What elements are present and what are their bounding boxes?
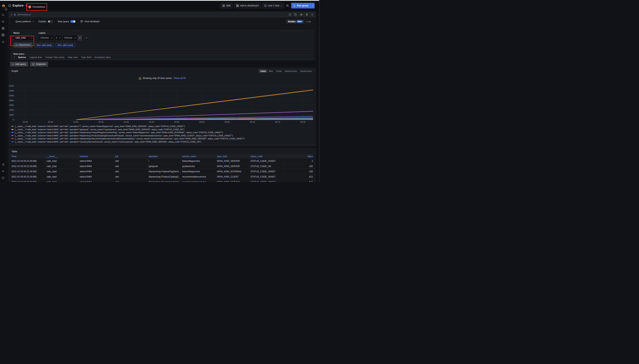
zoom-out-button[interactable] <box>286 3 290 8</box>
inspector-button[interactable]: i Inspector <box>30 62 48 66</box>
x-axis-tick: 23:50 <box>149 121 154 123</box>
legend-item[interactable]: {__name__="calls_total", instance="otelc… <box>12 137 314 140</box>
remove-query-trash-icon[interactable] <box>306 13 308 16</box>
svg-text:?: ? <box>2 177 4 179</box>
table-header-cell[interactable]: span_kind <box>215 154 249 158</box>
graph-mode-points[interactable]: Points <box>274 70 284 73</box>
graph-mode-lines[interactable]: Lines <box>259 70 267 73</box>
table-cell: SPAN_KIND_CLIENT <box>215 174 249 179</box>
table-cell: otelcol:9464 <box>78 174 114 179</box>
refresh-icon <box>293 4 296 7</box>
query-options-bar[interactable]: Options Legend: Auto Format: Time series… <box>11 55 313 60</box>
datasource-picker[interactable]: Prometheus <box>26 3 47 11</box>
legend-item[interactable]: {__name__="calls_total", instance="otelc… <box>12 140 314 144</box>
time-range-picker[interactable]: Last 1 hour <box>262 3 284 8</box>
table-header-cell[interactable]: service_name <box>181 154 215 158</box>
label-operator-select[interactable]: = <box>54 35 62 40</box>
sidebar-item-settings[interactable] <box>0 169 6 173</box>
tab-code[interactable]: Code <box>304 20 313 23</box>
options-title: Options <box>18 56 26 58</box>
add-to-dashboard-button[interactable]: Add to dashboard <box>234 3 260 8</box>
legend-item[interactable]: {__name__="calls_total", instance="otelc… <box>12 134 314 137</box>
explain-toggle[interactable] <box>48 20 53 23</box>
y-axis-tick: 4000 <box>9 109 14 111</box>
clock-icon <box>264 4 266 7</box>
collapse-chevron-icon[interactable] <box>11 14 12 15</box>
hint-add-rate-button[interactable]: hint: add rate() <box>34 43 54 47</box>
prometheus-icon <box>28 6 31 8</box>
graph-mode-bars[interactable]: Bars <box>267 70 274 73</box>
table-row: 2022-10-16 00:22:29.655calls_totalotelco… <box>10 180 314 182</box>
graph-mode-switch: LinesBarsPointsStacked linesStacked bars <box>259 69 314 73</box>
legend-item[interactable]: {__name__="calls_total", instance="otelc… <box>12 131 314 134</box>
drag-handle-icon[interactable] <box>311 13 313 16</box>
table-header-cell[interactable]: instance <box>78 154 114 158</box>
tab-builder[interactable]: Builder Beta <box>286 20 304 23</box>
legend-label: {__name__="calls_total", instance="otelc… <box>15 138 244 140</box>
query-datasource-hint: (Prometheus) <box>18 14 31 16</box>
legend-swatch <box>12 142 14 142</box>
metric-select[interactable]: calls_total <box>14 35 34 40</box>
options-expand-chevron[interactable] <box>13 56 15 58</box>
query-patterns-dropdown[interactable]: Query patterns <box>16 20 34 23</box>
graph-mode-stacked-lines[interactable]: Stacked lines <box>283 70 298 73</box>
duplicate-query-icon[interactable] <box>294 13 297 16</box>
legend-label: {__name__="calls_total", instance="otelc… <box>15 141 201 143</box>
table-cell: featureflagservice <box>181 158 215 164</box>
zoom-out-icon <box>286 4 289 7</box>
sidebar-item-sign-in[interactable] <box>0 162 6 166</box>
explain-label: Explain <box>38 20 46 23</box>
table-header-cell[interactable]: __name__ <box>45 154 78 158</box>
query-row-header[interactable]: A (Prometheus) ? <box>9 12 316 18</box>
operations-button[interactable]: + Operations <box>14 43 32 48</box>
remove-label-button[interactable]: × <box>78 35 82 40</box>
svg-text:i: i <box>33 63 34 65</box>
help-icon: ? <box>2 176 4 180</box>
legend-item[interactable]: {__name__="calls_total", instance="otelc… <box>12 125 314 128</box>
legend-swatch <box>12 132 14 133</box>
table-header-cell[interactable]: status_code <box>249 154 284 158</box>
run-query-button[interactable]: Run query <box>291 3 315 8</box>
table-cell: STATUS_CODE_UNSET <box>249 180 284 182</box>
apps-grid-icon <box>2 27 4 30</box>
query-help-icon[interactable]: ? <box>289 13 291 16</box>
options-type: Type: Both <box>81 56 91 58</box>
split-button[interactable]: Split <box>220 3 233 8</box>
legend-swatch <box>12 135 14 136</box>
bell-icon <box>2 40 4 43</box>
table-header-cell[interactable]: job <box>114 154 147 158</box>
info-icon: i <box>32 63 34 66</box>
label-value-select[interactable]: Choose <box>62 35 78 40</box>
sidebar-item-explore[interactable] <box>0 33 6 37</box>
sidebar-item-dashboards[interactable] <box>0 26 6 30</box>
time-series-chart[interactable]: 23:2523:3023:3523:4023:4523:5023:5500:00… <box>9 82 316 124</box>
sidebar-item-starred[interactable] <box>0 20 6 24</box>
raw-query-toggle[interactable] <box>70 20 76 23</box>
sidebar-item-help[interactable]: ? <box>0 176 6 180</box>
sidebar-item-alerting[interactable] <box>0 40 6 44</box>
table-header-cell[interactable]: Value <box>284 154 314 158</box>
warning-icon <box>138 77 142 80</box>
sidebar-item-search[interactable] <box>0 13 6 17</box>
legend-item[interactable]: {__name__="calls_total", instance="otelc… <box>12 128 314 131</box>
table-header-cell[interactable]: operation <box>147 154 181 158</box>
show-all-series-link[interactable]: Show all 55 <box>174 77 186 80</box>
split-icon <box>222 4 225 7</box>
add-label-button[interactable]: + <box>84 35 89 40</box>
run-query-dropdown[interactable] <box>310 3 315 8</box>
add-query-button[interactable]: +Add query <box>10 62 28 66</box>
table-header-cell[interactable]: Time <box>10 154 45 158</box>
graph-mode-stacked-bars[interactable]: Stacked bars <box>298 70 314 73</box>
x-axis-tick: 00:20 <box>300 121 306 123</box>
table-cell: calls_total <box>45 164 78 169</box>
options-exemplars: Exemplars: false <box>95 56 110 58</box>
table-cell: 2022-10-16 00:22:29.655 <box>10 164 45 169</box>
table-panel: Table Time__name__instancejoboperationse… <box>8 148 316 182</box>
give-feedback-link[interactable]: Give feedback <box>80 20 100 23</box>
hide-response-eye-icon[interactable] <box>300 13 303 16</box>
hint-add-sum-button[interactable]: hint: add sum() <box>56 43 75 47</box>
label-key-select[interactable]: Choose <box>39 35 54 40</box>
grafana-logo[interactable] <box>2 4 6 8</box>
sidebar-expand-button[interactable]: › <box>4 8 8 11</box>
table-cell: SPAN_KIND_SERVER <box>215 164 249 169</box>
